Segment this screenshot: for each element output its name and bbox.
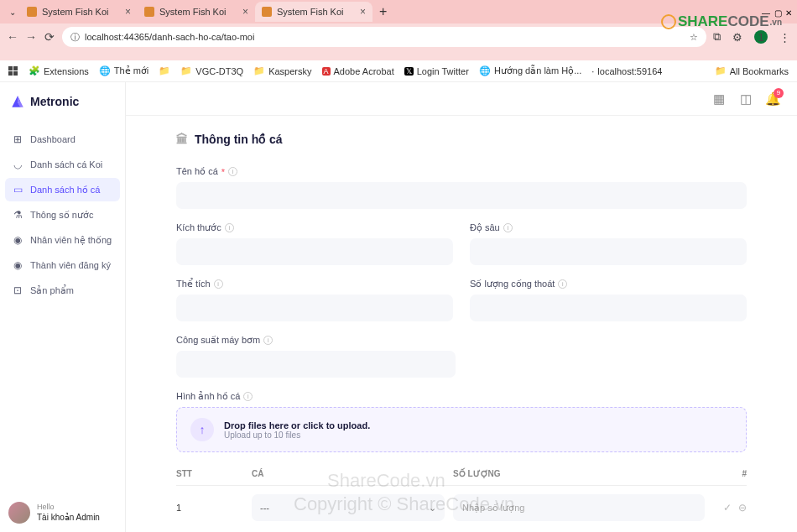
input-kichthuoc[interactable] (176, 238, 453, 265)
info-icon[interactable]: i (214, 279, 223, 289)
bookmark-local[interactable]: · localhost:59164 (591, 66, 662, 76)
browser-tab-3[interactable]: System Fish Koi × (255, 2, 372, 22)
remove-icon[interactable]: ⊖ (738, 502, 747, 514)
address-row: ← → ⟳ ⓘ localhost:44365/danh-sach-ho-ca/… (0, 23, 797, 50)
menu-icon[interactable]: ⋮ (779, 31, 790, 44)
cart-icon: ⊡ (12, 284, 23, 296)
label-congsuat: Công suất máy bơm i (176, 335, 456, 346)
label-hinhanh: Hình ảnh hồ cá i (176, 391, 747, 402)
info-icon[interactable]: i (225, 223, 234, 232)
user-hello: Hello (37, 503, 100, 513)
browser-tabs: ⌄ System Fish Koi × System Fish Koi × Sy… (0, 0, 797, 23)
profile-badge[interactable]: 1 (754, 30, 768, 44)
url-text: localhost:44365/danh-sach-ho-ca/tao-moi (85, 32, 254, 42)
col-stt: STT (176, 469, 252, 478)
info-icon[interactable]: i (558, 279, 567, 289)
bookmark-folder[interactable]: 📁 (159, 65, 170, 76)
col-hash: # (730, 469, 747, 478)
info-icon[interactable]: i (228, 167, 237, 176)
bookmark-adobe[interactable]: A Adobe Acrobat (322, 66, 394, 76)
label-thetich: Thể tích i (176, 279, 453, 289)
minimize-icon[interactable]: — (762, 8, 770, 18)
input-soluong[interactable] (453, 494, 705, 521)
dropzone-sub: Upload up to 10 files (224, 430, 370, 440)
back-icon[interactable]: ← (7, 30, 18, 44)
new-tab-button[interactable]: + (379, 4, 387, 19)
select-ca[interactable]: ---⌄ (252, 494, 445, 521)
col-ca: CÁ (252, 469, 453, 478)
building-icon: 🏛 (176, 133, 188, 146)
dropzone[interactable]: ↑ Drop files here or click to upload. Up… (176, 407, 747, 452)
sidebar-item-pond[interactable]: ▭Danh sách hồ cá (5, 178, 120, 201)
logo[interactable]: Metronic (0, 82, 125, 121)
input-congthoat[interactable] (470, 295, 747, 321)
bookmark-twitter[interactable]: 𝕏 Login Twitter (404, 66, 469, 76)
maximize-icon[interactable]: ▢ (774, 8, 782, 18)
logo-text: Metronic (30, 95, 79, 108)
sidebar-item-staff[interactable]: ◉Nhân viên hệ thống (5, 228, 120, 252)
sidebar-item-water[interactable]: ⚗Thông số nước (5, 203, 120, 227)
close-icon[interactable]: × (125, 6, 131, 18)
calendar-icon[interactable]: ▦ (711, 91, 727, 107)
bookmark-themoi[interactable]: 🌐 Thẻ mới (99, 65, 149, 76)
sidebar: Metronic ⊞Dashboard ◡Danh sách cá Koi ▭D… (0, 82, 126, 532)
upload-icon: ↑ (190, 418, 214, 441)
label-ten: Tên hồ cá * i (176, 166, 747, 177)
input-congsuat[interactable] (176, 351, 456, 378)
pond-icon: ▭ (12, 184, 23, 196)
browser-tab-1[interactable]: System Fish Koi × (20, 2, 138, 22)
info-icon[interactable]: i (503, 223, 513, 232)
input-dosau[interactable] (470, 238, 747, 265)
layers-icon[interactable]: ◫ (738, 91, 753, 107)
chevron-down-icon: ⌄ (429, 503, 436, 514)
user-icon: ◉ (12, 234, 23, 246)
input-ten[interactable] (176, 182, 747, 209)
nav-list: ⊞Dashboard ◡Danh sách cá Koi ▭Danh sách … (0, 121, 125, 310)
tab-search-icon[interactable]: ⌄ (5, 8, 20, 17)
close-window-icon[interactable]: ✕ (785, 8, 792, 18)
sidebar-item-dashboard[interactable]: ⊞Dashboard (5, 128, 120, 151)
favicon-icon (27, 7, 37, 17)
browser-chrome: ⌄ System Fish Koi × System Fish Koi × Sy… (0, 0, 797, 60)
bell-icon[interactable]: 🔔9 (765, 91, 780, 107)
address-bar[interactable]: ⓘ localhost:44365/danh-sach-ho-ca/tao-mo… (62, 27, 706, 47)
sidebar-item-products[interactable]: ⊡Sản phẩm (5, 279, 120, 302)
star-icon[interactable]: ☆ (690, 32, 698, 43)
info-icon[interactable]: i (243, 392, 253, 401)
info-icon[interactable]: i (263, 336, 273, 345)
logo-icon (10, 94, 25, 109)
extension-icon[interactable]: ⧉ (713, 30, 721, 44)
topbar: ▦ ◫ 🔔9 (126, 82, 797, 116)
label-congthoat: Số lượng cống thoát i (470, 279, 747, 289)
browser-tab-2[interactable]: System Fish Koi × (138, 2, 255, 22)
reload-icon[interactable]: ⟳ (44, 30, 55, 44)
sidebar-item-koi[interactable]: ◡Danh sách cá Koi (5, 153, 120, 176)
cell-stt: 1 (176, 503, 252, 513)
col-soluong: SỐ LƯỢNG (453, 469, 730, 478)
bookmark-vgc[interactable]: 📁 VGC-DT3Q (180, 65, 243, 76)
confirm-icon[interactable]: ✓ (723, 502, 732, 514)
dropzone-title: Drop files here or click to upload. (224, 420, 370, 430)
users-icon: ◉ (12, 259, 23, 271)
apps-icon[interactable] (8, 66, 18, 76)
page-title: 🏛 Thông tin hồ cá (176, 133, 747, 146)
sidebar-item-members[interactable]: ◉Thành viên đăng ký (5, 253, 120, 277)
forward-icon[interactable]: → (25, 30, 37, 44)
main-content: 🏛 Thông tin hồ cá Tên hồ cá * i Kích thư… (126, 116, 797, 532)
bookmark-kaspersky[interactable]: 📁 Kaspersky (253, 65, 311, 76)
label-dosau: Độ sâu i (470, 222, 747, 233)
label-kichthuoc: Kích thước i (176, 222, 453, 233)
user-name: Tài khoản Admin (37, 512, 100, 523)
extension-icon[interactable]: ⚙ (732, 31, 742, 44)
site-info-icon[interactable]: ⓘ (70, 31, 80, 44)
bookmark-huong[interactable]: 🌐 Hướng dẫn làm Hộ... (479, 65, 581, 76)
input-thetich[interactable] (176, 295, 453, 321)
notif-badge: 9 (774, 88, 784, 98)
favicon-icon (262, 7, 272, 17)
bookmark-extensions[interactable]: 🧩 Extensions (29, 65, 89, 76)
table-row: 1 ---⌄ ✓ ⊖ (176, 486, 747, 529)
all-bookmarks[interactable]: 📁 All Bookmarks (715, 65, 789, 76)
close-icon[interactable]: × (360, 6, 366, 18)
close-icon[interactable]: × (242, 6, 248, 18)
user-profile[interactable]: Hello Tài khoản Admin (0, 493, 125, 532)
